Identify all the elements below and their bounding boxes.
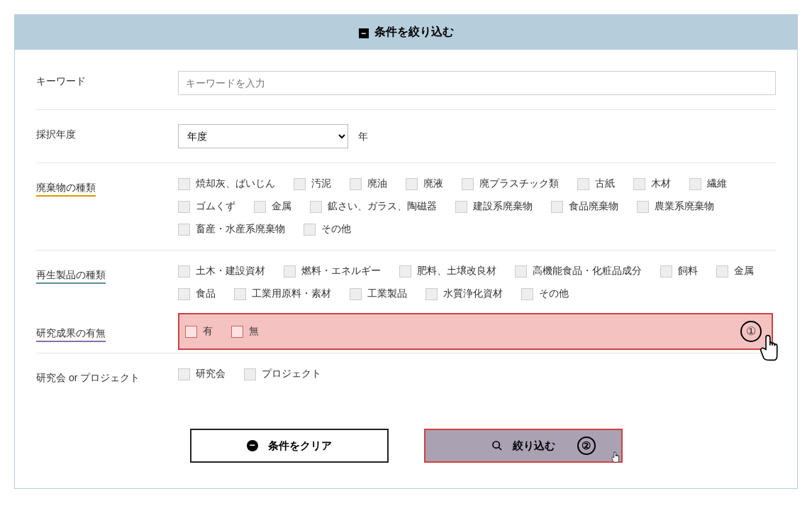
row-waste-type: 廃棄物の種類 焼却灰、ばいじん汚泥廃油廃液廃プラスチック類古紙木材繊維ゴムくず金… [36, 163, 776, 251]
checkbox-waste-12[interactable]: 食品廃棄物 [551, 200, 618, 213]
checkbox-waste-2[interactable]: 廃油 [350, 177, 387, 190]
checkbox-recycled-2[interactable]: 肥料、土壌改良材 [399, 265, 496, 278]
checkbox-project[interactable]: プロジェクト [244, 368, 321, 380]
year-select[interactable]: 年度 [178, 124, 348, 148]
checkbox-recycled-10[interactable]: その他 [521, 287, 569, 300]
row-keyword: キーワード [36, 67, 776, 110]
checkbox-waste-1[interactable]: 汚泥 [294, 177, 331, 190]
svg-point-0 [493, 441, 499, 448]
row-results: 研究成果の有無 有 無 ① [36, 310, 776, 353]
label-results: 研究成果の有無 [36, 323, 178, 340]
cursor-icon [610, 451, 621, 463]
checkbox-waste-13[interactable]: 農業系廃棄物 [637, 200, 714, 213]
checkbox-recycled-1[interactable]: 燃料・エネルギー [284, 265, 381, 278]
collapse-icon: − [359, 28, 369, 38]
checkbox-waste-4[interactable]: 廃プラスチック類 [462, 177, 559, 190]
checkbox-recycled-7[interactable]: 工業用原料・素材 [234, 287, 331, 300]
cursor-icon [757, 334, 782, 361]
checkbox-waste-8[interactable]: ゴムくず [178, 200, 235, 213]
panel-title: 条件を絞り込む [374, 26, 454, 38]
checkbox-recycled-3[interactable]: 高機能食品・化粧品成分 [515, 265, 642, 278]
svg-line-1 [499, 447, 501, 450]
checkbox-waste-5[interactable]: 古紙 [577, 177, 615, 190]
checkbox-recycled-6[interactable]: 食品 [178, 287, 216, 300]
checkbox-waste-7[interactable]: 繊維 [689, 177, 727, 190]
checkbox-recycled-4[interactable]: 飼料 [660, 265, 698, 278]
checkbox-waste-10[interactable]: 鉱さい、ガラス、陶磁器 [310, 200, 437, 213]
checkbox-waste-9[interactable]: 金属 [254, 200, 291, 213]
label-recycled-type: 再生製品の種類 [36, 265, 178, 282]
checkbox-waste-11[interactable]: 建設系廃棄物 [455, 200, 533, 213]
year-suffix: 年 [358, 131, 368, 142]
search-icon [491, 440, 503, 451]
keyword-input[interactable] [178, 71, 776, 95]
button-row: − 条件をクリア 絞り込む ② [36, 429, 776, 463]
checkbox-results-no[interactable]: 無 [231, 325, 259, 338]
checkbox-waste-0[interactable]: 焼却灰、ばいじん [178, 177, 275, 190]
checkbox-recycled-5[interactable]: 金属 [716, 265, 754, 278]
checkbox-waste-6[interactable]: 木材 [633, 177, 671, 190]
checkbox-waste-14[interactable]: 畜産・水産系廃棄物 [178, 223, 285, 236]
search-button[interactable]: 絞り込む ② [424, 429, 623, 463]
filter-panel: −条件を絞り込む キーワード 採択年度 年度 年 廃棄物の種類 焼却灰、ばいじん… [14, 14, 798, 489]
waste-type-checkboxes: 焼却灰、ばいじん汚泥廃油廃液廃プラスチック類古紙木材繊維ゴムくず金属鉱さい、ガラ… [178, 177, 776, 236]
panel-header[interactable]: −条件を絞り込む [15, 15, 797, 50]
row-recycled-type: 再生製品の種類 土木・建設資材燃料・エネルギー肥料、土壌改良材高機能食品・化粧品… [36, 251, 776, 310]
recycled-type-checkboxes: 土木・建設資材燃料・エネルギー肥料、土壌改良材高機能食品・化粧品成分飼料金属食品… [178, 265, 776, 300]
panel-body: キーワード 採択年度 年度 年 廃棄物の種類 焼却灰、ばいじん汚泥廃油廃液廃プラ… [15, 50, 797, 488]
row-project-type: 研究会 or プロジェクト 研究会 プロジェクト [36, 353, 776, 399]
checkbox-results-yes[interactable]: 有 [185, 325, 213, 338]
checkbox-recycled-0[interactable]: 土木・建設資材 [178, 265, 265, 278]
label-project-type: 研究会 or プロジェクト [36, 368, 178, 385]
checkbox-waste-3[interactable]: 廃液 [406, 177, 443, 190]
label-year: 採択年度 [36, 124, 178, 141]
label-waste-type: 廃棄物の種類 [36, 177, 178, 194]
clear-button[interactable]: − 条件をクリア [190, 429, 389, 463]
checkbox-kenkyukai[interactable]: 研究会 [178, 368, 226, 380]
row-year: 採択年度 年度 年 [36, 110, 776, 163]
minus-icon: − [247, 440, 258, 451]
checkbox-recycled-9[interactable]: 水質浄化資材 [426, 287, 503, 300]
checkbox-waste-15[interactable]: その他 [304, 223, 351, 236]
annotation-badge-2: ② [577, 436, 596, 455]
checkbox-recycled-8[interactable]: 工業製品 [350, 287, 407, 300]
label-keyword: キーワード [36, 71, 178, 88]
